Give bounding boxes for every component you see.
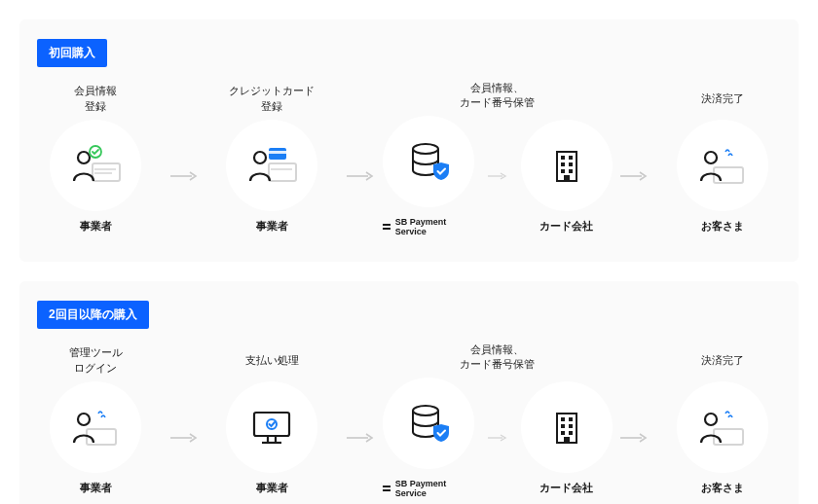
- step-admin-login: 管理ツール ログイン 事業者: [37, 346, 154, 495]
- step-caption: 事業者: [256, 219, 288, 234]
- arrow-icon: [488, 170, 507, 182]
- title-line-b: 登録: [229, 99, 315, 114]
- arrow-icon: [617, 169, 651, 183]
- step-customer-done: 決済完了 お客さま: [664, 85, 781, 234]
- svg-point-24: [705, 152, 717, 163]
- title-line-a: 管理ツール: [69, 345, 123, 360]
- step-title: 支払い処理: [245, 346, 299, 376]
- title-line-b: 登録: [74, 99, 117, 114]
- svg-rect-37: [561, 417, 565, 421]
- svg-rect-6: [269, 163, 296, 181]
- step-caption: カード会社: [539, 219, 593, 234]
- svg-point-46: [705, 414, 717, 425]
- monitor-icon: [248, 407, 295, 448]
- step-title: 決済完了: [701, 85, 744, 114]
- icon-circle: [50, 120, 141, 211]
- title-line-a: 会員情報: [74, 84, 117, 98]
- step-customer-done: 決済完了 お客さま: [664, 346, 781, 495]
- sbps-label: SB Payment Service: [383, 479, 474, 498]
- title-line-a: 会員情報、: [460, 81, 535, 95]
- title-line-a: 決済完了: [701, 91, 744, 106]
- svg-point-3: [78, 152, 90, 163]
- arrow-icon: [617, 431, 651, 445]
- sbps-logo-icon: [383, 224, 390, 230]
- arrow-icon: [344, 431, 377, 445]
- icon-circle: [521, 381, 613, 473]
- sbps-logo-icon: [383, 486, 390, 491]
- panel-first-purchase: 初回購入 会員情報 登録 事業者: [19, 19, 799, 262]
- card-company-node: カード会社: [521, 381, 613, 495]
- panel-repeat-purchase: 2回目以降の購入 管理ツール ログイン 事業者: [19, 281, 799, 504]
- badge-repeat: 2回目以降の購入: [37, 301, 149, 329]
- svg-point-34: [413, 406, 438, 415]
- database-shield-icon: [406, 401, 451, 446]
- svg-rect-15: [561, 156, 565, 160]
- step-caption: 事業者: [256, 481, 288, 495]
- svg-rect-42: [569, 431, 573, 435]
- customer-icon: [696, 144, 749, 187]
- building-icon: [547, 408, 586, 447]
- title-line-a: 会員情報、: [460, 342, 535, 357]
- title-line-b: カード番号保管: [460, 357, 535, 372]
- svg-rect-43: [564, 437, 570, 443]
- icon-circle: [383, 378, 474, 469]
- person-login-icon: [69, 406, 122, 449]
- building-icon: [547, 146, 586, 185]
- step-title: 会員情報、 カード番号保管: [460, 342, 535, 372]
- step-title: 決済完了: [701, 346, 744, 376]
- svg-rect-20: [569, 169, 573, 173]
- step-title: 会員情報、 カード番号保管: [460, 81, 535, 110]
- step-sbps-card: 会員情報、 カード番号保管: [390, 342, 605, 498]
- icon-circle: [226, 120, 317, 211]
- step-card-register: クレジットカード 登録 事業者: [213, 85, 330, 234]
- svg-rect-17: [561, 162, 565, 166]
- step-member-register: 会員情報 登録 事業者: [37, 85, 154, 234]
- svg-rect-18: [569, 162, 573, 166]
- flow-first: 会員情報 登録 事業者 クレジットカード: [37, 81, 781, 236]
- svg-rect-38: [569, 417, 573, 421]
- svg-rect-10: [269, 151, 286, 154]
- flow-repeat: 管理ツール ログイン 事業者 支払い処理: [37, 342, 781, 498]
- svg-point-26: [78, 414, 90, 425]
- svg-point-12: [413, 144, 438, 154]
- svg-rect-41: [561, 431, 565, 435]
- arrow-icon: [167, 169, 201, 183]
- sbps-node: SB Payment Service: [383, 116, 474, 236]
- svg-rect-40: [569, 424, 573, 428]
- step-caption: 事業者: [80, 219, 112, 234]
- sbps-node: SB Payment Service: [383, 378, 474, 498]
- title-line-b: カード番号保管: [460, 95, 535, 110]
- title-line-a: 支払い処理: [245, 353, 299, 368]
- sbps-text: SB Payment Service: [395, 217, 474, 236]
- svg-rect-16: [569, 156, 573, 160]
- arrow-icon: [488, 432, 507, 444]
- svg-rect-19: [561, 169, 565, 173]
- icon-circle: [50, 381, 141, 473]
- step-caption: お客さま: [701, 219, 744, 234]
- icon-circle: [383, 116, 474, 207]
- step-title: 会員情報 登録: [74, 85, 117, 114]
- step-payment-process: 支払い処理 事業者: [213, 346, 330, 495]
- person-card-icon: [245, 144, 298, 187]
- card-company-node: カード会社: [521, 120, 613, 234]
- svg-rect-0: [93, 163, 120, 181]
- person-register-icon: [69, 144, 122, 187]
- arrow-icon: [167, 431, 201, 445]
- sbps-label: SB Payment Service: [383, 217, 474, 236]
- step-caption: 事業者: [80, 481, 112, 495]
- step-caption: カード会社: [539, 481, 593, 495]
- sbps-text: SB Payment Service: [395, 479, 474, 498]
- icon-circle: [521, 120, 613, 211]
- svg-rect-21: [564, 175, 570, 181]
- svg-point-8: [254, 152, 266, 163]
- title-line-a: クレジットカード: [229, 84, 315, 98]
- badge-first: 初回購入: [37, 39, 107, 67]
- step-title: クレジットカード 登録: [229, 85, 315, 114]
- arrow-icon: [344, 169, 377, 183]
- step-caption: お客さま: [701, 481, 744, 495]
- icon-circle: [677, 381, 768, 473]
- title-line-b: ログイン: [69, 361, 123, 376]
- icon-circle: [226, 381, 317, 473]
- icon-circle: [677, 120, 768, 211]
- step-sbps-card: 会員情報、 カード番号保管: [390, 81, 605, 236]
